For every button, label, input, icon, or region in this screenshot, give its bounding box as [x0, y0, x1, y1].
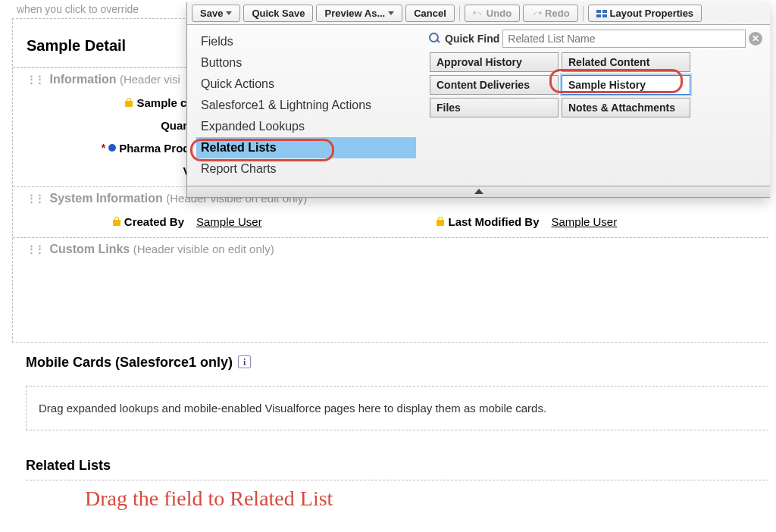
section-custom-links-title: Custom Links [49, 243, 130, 255]
related-list-grid: Approval HistoryRelated ContentContent D… [422, 51, 770, 124]
drag-handle-icon[interactable]: ⋮⋮ [27, 243, 43, 255]
truncated-top-text: when you click to override [14, 0, 142, 18]
blue-dot-icon [108, 144, 116, 152]
related-list-chip[interactable]: Notes & Attachments [562, 98, 690, 117]
separator [583, 6, 584, 21]
palette-category-item[interactable]: Quick Actions [196, 74, 416, 95]
created-by-link[interactable]: Sample User [196, 215, 262, 228]
related-list-chip[interactable]: Sample History [562, 75, 690, 95]
section-sysinfo-title: System Information [49, 192, 162, 205]
chevron-down-icon [388, 11, 394, 15]
palette-category-item[interactable]: Buttons [196, 52, 416, 74]
save-button[interactable]: Save [192, 5, 240, 22]
palette-category-item[interactable]: Related Lists [196, 137, 416, 158]
quick-find-label: Quick Find [445, 33, 499, 45]
section-custom-links-hint: (Header visible on edit only) [133, 243, 274, 255]
field-created-by[interactable]: Created By Sample User [13, 210, 391, 233]
lock-icon [124, 97, 133, 108]
palette-category-item[interactable]: Fields [196, 31, 416, 52]
related-lists-section: Related Lists Drag the field to Related … [12, 450, 768, 511]
palette-category-list: FieldsButtonsQuick ActionsSalesforce1 & … [187, 25, 422, 186]
palette-category-item[interactable]: Salesforce1 & Lightning Actions [196, 95, 416, 116]
layout-properties-button[interactable]: Layout Properties [588, 5, 702, 22]
redo-icon [531, 9, 542, 18]
layout-grid-icon [596, 10, 607, 17]
mobile-cards-section: Mobile Cards (Salesforce1 only) i Drag e… [12, 341, 768, 430]
palette-category-item[interactable]: Report Charts [196, 158, 416, 180]
lock-icon [436, 216, 445, 227]
palette-category-item[interactable]: Expanded Lookups [196, 116, 416, 137]
required-star-icon: * [102, 142, 105, 154]
palette-picker-column: Quick Find ✕ Approval HistoryRelated Con… [422, 25, 770, 186]
drag-handle-icon[interactable]: ⋮⋮ [27, 74, 43, 85]
palette-toolbar: Save Quick Save Preview As... Cancel Und… [187, 2, 770, 25]
mobile-cards-drop-area[interactable]: Drag expanded lookups and mobile-enabled… [26, 386, 768, 430]
undo-icon [473, 9, 483, 18]
quick-find-input[interactable] [502, 30, 746, 48]
chevron-up-icon [474, 189, 483, 194]
clear-search-icon[interactable]: ✕ [749, 32, 762, 45]
palette-collapse-handle[interactable] [187, 186, 770, 197]
mobile-cards-header: Mobile Cards (Salesforce1 only) [26, 355, 233, 370]
last-modified-by-link[interactable]: Sample User [552, 215, 618, 228]
undo-button[interactable]: Undo [465, 5, 520, 22]
field-last-modified-by[interactable]: Last Modified By Sample User [391, 210, 769, 233]
quick-save-button[interactable]: Quick Save [243, 5, 313, 22]
section-custom-links[interactable]: ⋮⋮ Custom Links (Header visible on edit … [13, 237, 768, 271]
separator [459, 6, 460, 21]
related-list-chip[interactable]: Content Deliveries [430, 75, 559, 95]
redo-button[interactable]: Redo [523, 5, 578, 22]
cancel-button[interactable]: Cancel [405, 5, 455, 22]
chevron-down-icon [226, 11, 232, 15]
related-list-chip[interactable]: Approval History [430, 52, 559, 72]
drag-handle-icon[interactable]: ⋮⋮ [27, 192, 43, 204]
search-icon [428, 32, 442, 45]
section-information-title: Information [49, 73, 116, 86]
related-list-chip[interactable]: Files [430, 98, 559, 117]
info-icon[interactable]: i [238, 355, 251, 368]
layout-editor-palette: Save Quick Save Preview As... Cancel Und… [186, 2, 770, 198]
related-lists-header: Related Lists [12, 450, 768, 480]
section-information-hint: (Header visi [120, 73, 180, 86]
preview-as-button[interactable]: Preview As... [316, 5, 402, 22]
lock-icon [112, 216, 121, 227]
annotation-drag-help: Drag the field to Related List [12, 480, 768, 511]
related-list-chip[interactable]: Related Content [562, 52, 690, 72]
